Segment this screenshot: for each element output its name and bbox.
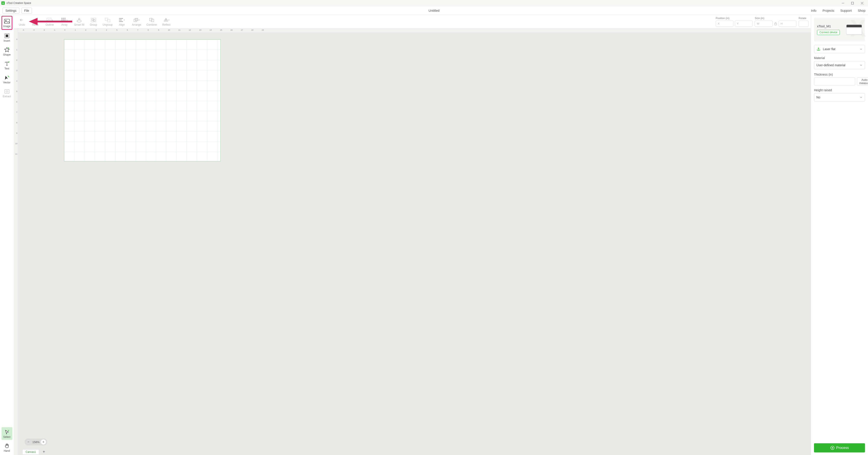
- tb-combine[interactable]: Combine: [145, 17, 159, 26]
- svg-rect-31: [119, 21, 123, 22]
- mode-select[interactable]: Laser flat: [814, 45, 865, 53]
- svg-rect-19: [64, 19, 65, 21]
- svg-rect-30: [119, 20, 122, 21]
- zoom-in-button[interactable]: +: [41, 439, 46, 445]
- add-tab-button[interactable]: +: [41, 449, 46, 454]
- smartfill-icon: [76, 17, 82, 23]
- tb-group[interactable]: Group: [87, 17, 100, 26]
- process-button[interactable]: Process: [814, 443, 865, 452]
- lock-icon[interactable]: [774, 22, 777, 25]
- svg-point-8: [8, 48, 9, 49]
- tool-insert[interactable]: Insert: [2, 31, 12, 44]
- canvas-area[interactable]: 01234567891011 -4-3-2-101234567891011121…: [14, 28, 811, 455]
- size-label: Size (in): [755, 17, 797, 20]
- zoom-control: − 158% +: [25, 438, 47, 446]
- thickness-label: Thickness (in): [814, 73, 865, 76]
- svg-rect-34: [150, 18, 152, 21]
- tb-arrange[interactable]: Arrange: [129, 17, 144, 26]
- material-value: User-defined material: [816, 63, 845, 67]
- svg-rect-16: [64, 18, 65, 19]
- link-shop[interactable]: Shop: [858, 9, 865, 12]
- app-icon: x: [1, 1, 5, 5]
- svg-rect-26: [93, 20, 95, 21]
- tool-image-label: Image: [3, 25, 10, 28]
- auto-measure-button[interactable]: Auto-measure: [857, 78, 868, 85]
- tab-canvas1[interactable]: Canvas1: [22, 449, 39, 454]
- arrange-icon: [133, 17, 140, 23]
- tool-select-label: Select: [3, 435, 10, 438]
- tool-shape[interactable]: Shape: [2, 45, 12, 58]
- file-button[interactable]: File: [22, 8, 32, 14]
- link-projects[interactable]: Projects: [823, 9, 834, 12]
- tool-vector-label: Vector: [3, 81, 10, 84]
- rotate-input[interactable]: [799, 21, 809, 27]
- thickness-input[interactable]: [814, 78, 855, 85]
- link-support[interactable]: Support: [840, 9, 852, 12]
- height-raised-select[interactable]: No: [814, 93, 865, 102]
- position-x-input[interactable]: [716, 21, 734, 27]
- close-button[interactable]: [857, 0, 867, 6]
- combine-icon: [149, 17, 154, 23]
- outline-icon: [46, 17, 53, 23]
- canvas-paper[interactable]: [64, 39, 221, 161]
- left-toolbar: Image Insert Shape Text Vector: [0, 15, 14, 455]
- tool-select[interactable]: Select: [2, 427, 12, 440]
- tb-align[interactable]: Align: [116, 17, 128, 26]
- tb-undo[interactable]: Undo: [16, 17, 28, 26]
- position-fields: Position (in): [716, 17, 752, 27]
- svg-rect-14: [61, 18, 62, 19]
- maximize-button[interactable]: [847, 0, 857, 6]
- svg-rect-25: [92, 19, 94, 21]
- align-icon: [119, 17, 125, 23]
- svg-rect-18: [63, 19, 64, 21]
- undo-icon: [20, 17, 24, 23]
- tb-smartfill[interactable]: Smart fill: [72, 17, 86, 26]
- reflect-icon: [163, 17, 169, 23]
- tool-hand-label: Hand: [4, 449, 10, 452]
- svg-point-23: [77, 20, 81, 22]
- svg-rect-35: [151, 19, 154, 22]
- svg-rect-20: [61, 21, 62, 22]
- chevron-down-icon: [860, 48, 863, 51]
- connect-device-button[interactable]: Connect device: [817, 30, 840, 35]
- tool-image[interactable]: Image: [2, 16, 12, 30]
- tb-redo[interactable]: Redo: [29, 17, 41, 26]
- text-icon: [4, 61, 9, 67]
- laser-icon: [816, 47, 821, 52]
- hand-icon: [4, 443, 9, 449]
- group-icon: [91, 17, 96, 23]
- svg-rect-1: [851, 2, 854, 4]
- tool-text-label: Text: [4, 67, 9, 70]
- tb-outline[interactable]: Outline: [43, 17, 57, 26]
- device-name: xTool_M1: [817, 24, 840, 28]
- size-h-input[interactable]: [779, 21, 797, 27]
- svg-rect-22: [64, 21, 65, 22]
- svg-rect-7: [6, 35, 8, 37]
- svg-rect-15: [63, 18, 64, 19]
- tb-reflect[interactable]: Reflect: [160, 17, 173, 26]
- extract-icon: [4, 88, 9, 94]
- settings-button[interactable]: Settings: [3, 8, 19, 14]
- material-select[interactable]: User-defined material: [814, 61, 865, 69]
- svg-rect-36: [775, 24, 777, 25]
- vector-icon: [4, 75, 9, 81]
- right-panel: X xTool_M1 Connect device Laser flat Mat…: [811, 15, 868, 455]
- minimize-button[interactable]: [838, 0, 847, 6]
- tool-hand[interactable]: Hand: [2, 441, 12, 454]
- tb-ungroup[interactable]: Ungroup: [101, 17, 114, 26]
- rotate-fields: Rotate: [799, 17, 809, 27]
- position-y-input[interactable]: [735, 21, 752, 27]
- tool-extract[interactable]: Extract: [2, 87, 12, 99]
- svg-point-12: [8, 430, 9, 431]
- tb-array[interactable]: Array: [58, 17, 71, 26]
- material-label: Material: [814, 56, 865, 60]
- tool-text[interactable]: Text: [2, 59, 12, 72]
- svg-rect-33: [135, 18, 138, 21]
- tool-insert-label: Insert: [3, 39, 10, 42]
- tool-vector[interactable]: Vector: [2, 73, 12, 85]
- link-info[interactable]: Info: [811, 9, 816, 12]
- size-w-input[interactable]: [755, 21, 773, 27]
- zoom-out-button[interactable]: −: [26, 439, 31, 445]
- play-icon: [830, 446, 835, 450]
- svg-point-9: [8, 61, 9, 62]
